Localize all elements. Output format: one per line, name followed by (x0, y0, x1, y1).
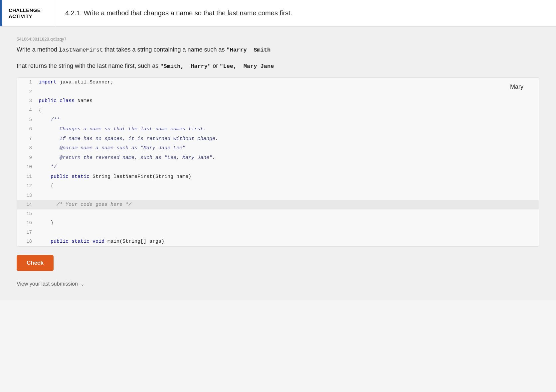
code-line-7: 7 If name has no spaces, it is returned … (17, 134, 539, 144)
code-line-3: 3 public class Names (17, 96, 539, 106)
line-num-6: 6 (17, 125, 35, 134)
line-content-18: public static void main(String[] args) (35, 237, 168, 247)
line-content-5: /** (35, 115, 63, 125)
code-line-4: 4 { (17, 106, 539, 115)
line-content-8: @param name a name such as "Mary Jane Le… (35, 144, 189, 153)
line-content-4: { (35, 106, 45, 115)
code-editor[interactable]: 1 import java.util.Scanner; 2 3 public c… (17, 77, 539, 247)
check-button[interactable]: Check (17, 255, 54, 271)
line-content-1: import java.util.Scanner; (35, 78, 117, 87)
challenge-label-line1: CHALLENGE (9, 7, 48, 13)
desc-code1: lastNameFirst (59, 47, 103, 53)
line-num-3: 3 (17, 96, 35, 105)
line-num-17: 17 (17, 228, 35, 237)
code-line-12: 12 { (17, 182, 539, 191)
line-num-14: 14 (17, 200, 35, 209)
line-num-16: 16 (17, 218, 35, 227)
code-line-2: 2 (17, 87, 539, 96)
header-title-text: 4.2.1: Write a method that changes a nam… (65, 9, 292, 17)
code-line-16: 16 } (17, 218, 539, 228)
line-content-10: */ (35, 163, 60, 172)
description-line2: that returns the string with the last na… (17, 61, 539, 71)
code-line-11: 11 public static String lastNameFirst(St… (17, 172, 539, 182)
code-line-10: 10 */ (17, 163, 539, 172)
code-line-9: 9 @return the reversed name, such as "Le… (17, 153, 539, 163)
line-content-17 (35, 228, 42, 230)
line-num-9: 9 (17, 153, 35, 162)
line-content-16: } (35, 218, 57, 228)
line-num-18: 18 (17, 237, 35, 246)
view-submission[interactable]: View your last submission ⌄ (17, 281, 539, 287)
challenge-label: CHALLENGE ACTIVITY (2, 0, 55, 26)
line-content-9: @return the reversed name, such as "Lee,… (35, 153, 219, 163)
description: Write a method lastNameFirst that takes … (17, 45, 539, 55)
line-num-4: 4 (17, 106, 35, 115)
desc-part1: Write a method (17, 46, 59, 53)
desc-part2: that takes a string containing a name su… (103, 46, 226, 53)
code-line-1: 1 import java.util.Scanner; (17, 78, 539, 87)
line-content-14: /* Your code goes here */ (35, 200, 135, 210)
line-content-7: If name has no spaces, it is returned wi… (35, 134, 222, 144)
line-num-15: 15 (17, 209, 35, 218)
desc-part3: that returns the string with the last na… (17, 63, 160, 69)
code-line-8: 8 @param name a name such as "Mary Jane … (17, 144, 539, 153)
line-num-11: 11 (17, 172, 35, 181)
desc-quoted2: "Smith, Harry" (160, 63, 211, 69)
line-content-2 (35, 87, 42, 89)
line-num-1: 1 (17, 78, 35, 87)
line-num-13: 13 (17, 191, 35, 200)
desc-quoted3: "Lee, Mary Jane (220, 63, 274, 69)
desc-quoted1: "Harry Smith (227, 47, 271, 53)
line-num-5: 5 (17, 115, 35, 124)
code-line-14: 14 /* Your code goes here */ (17, 200, 539, 210)
activity-id: 541664.3811828.qx3zqy7 (17, 37, 539, 42)
line-num-8: 8 (17, 144, 35, 153)
line-num-12: 12 (17, 182, 35, 191)
code-line-13: 13 (17, 191, 539, 200)
code-line-17: 17 (17, 228, 539, 237)
code-line-18: 18 public static void main(String[] args… (17, 237, 539, 247)
view-submission-label: View your last submission (17, 281, 78, 287)
line-num-10: 10 (17, 163, 35, 172)
desc-part4: or (211, 63, 220, 69)
header-title: 4.2.1: Write a method that changes a nam… (55, 0, 302, 26)
line-content-15 (35, 209, 42, 211)
main-content: 541664.3811828.qx3zqy7 Write a method la… (0, 27, 556, 300)
line-content-3: public class Names (35, 96, 96, 106)
code-line-15: 15 (17, 209, 539, 218)
user-name: Mary (510, 83, 523, 90)
code-line-6: 6 Changes a name so that the last name c… (17, 125, 539, 134)
header: CHALLENGE ACTIVITY 4.2.1: Write a method… (0, 0, 556, 27)
line-content-6: Changes a name so that the last name com… (35, 125, 210, 134)
line-content-13 (35, 191, 42, 193)
line-content-11: public static String lastNameFirst(Strin… (35, 172, 195, 182)
line-num-2: 2 (17, 87, 35, 96)
code-line-5: 5 /** (17, 115, 539, 125)
line-content-12: { (35, 182, 57, 191)
line-num-7: 7 (17, 134, 35, 143)
chevron-down-icon: ⌄ (81, 281, 85, 287)
user-panel: Mary (510, 83, 523, 90)
challenge-label-line2: ACTIVITY (9, 13, 48, 19)
